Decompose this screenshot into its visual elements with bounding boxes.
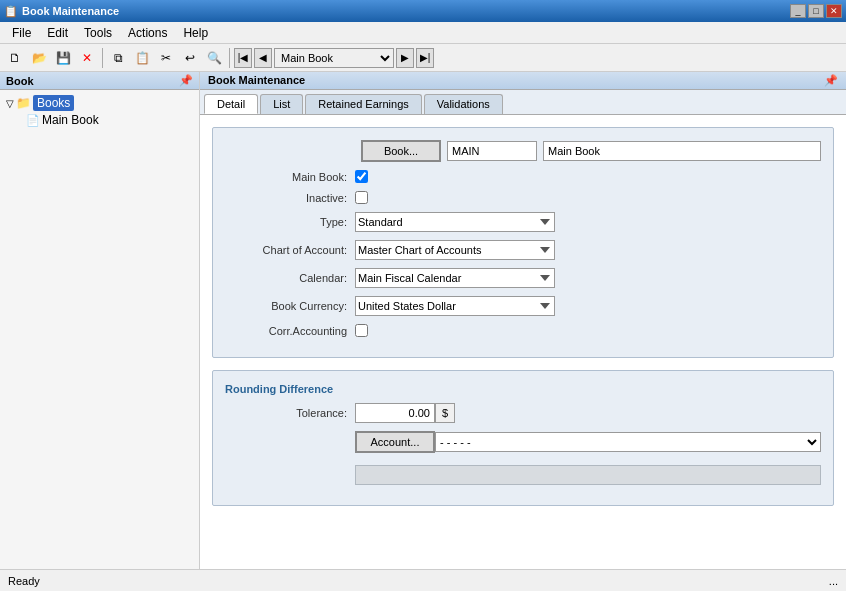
account-row: Account... - - - - - xyxy=(225,431,821,453)
menu-tools[interactable]: Tools xyxy=(76,24,120,42)
account-select[interactable]: - - - - - xyxy=(435,432,821,452)
status-bar: Ready ... xyxy=(0,569,846,591)
title-bar: 📋 Book Maintenance _ □ ✕ xyxy=(0,0,846,22)
tree-books-label[interactable]: Books xyxy=(33,95,74,111)
left-panel-title: Book xyxy=(6,75,34,87)
type-label: Type: xyxy=(225,216,355,228)
toolbar-first-btn[interactable]: |◀ xyxy=(234,48,252,68)
toolbar-copy-btn[interactable]: ⧉ xyxy=(107,47,129,69)
tree-area: ▽ 📁 Books 📄 Main Book xyxy=(0,90,199,132)
title-bar-left: 📋 Book Maintenance xyxy=(4,5,119,18)
tree-mainbook-label[interactable]: Main Book xyxy=(42,113,99,127)
tree-expand-icon[interactable]: ▽ xyxy=(6,98,14,109)
chart-of-account-label: Chart of Account: xyxy=(225,244,355,256)
chart-of-account-row: Chart of Account: Master Chart of Accoun… xyxy=(225,240,821,260)
main-container: Book 📌 ▽ 📁 Books 📄 Main Book Book Mainte… xyxy=(0,72,846,569)
main-book-checkbox[interactable] xyxy=(355,170,368,183)
tab-validations[interactable]: Validations xyxy=(424,94,503,114)
toolbar-undo-btn[interactable]: ↩ xyxy=(179,47,201,69)
inactive-checkbox[interactable] xyxy=(355,191,368,204)
corr-accounting-checkbox[interactable] xyxy=(355,324,368,337)
menu-actions[interactable]: Actions xyxy=(120,24,175,42)
left-panel: Book 📌 ▽ 📁 Books 📄 Main Book xyxy=(0,72,200,569)
tolerance-label: Tolerance: xyxy=(225,407,355,419)
tree-root-item[interactable]: ▽ 📁 Books xyxy=(4,94,195,112)
right-panel: Book Maintenance 📌 Detail List Retained … xyxy=(200,72,846,569)
chart-of-account-select[interactable]: Master Chart of Accounts xyxy=(355,240,555,260)
right-panel-header: Book Maintenance 📌 xyxy=(200,72,846,90)
toolbar-delete-btn[interactable]: ✕ xyxy=(76,47,98,69)
menu-edit[interactable]: Edit xyxy=(39,24,76,42)
account-description xyxy=(355,465,821,485)
right-panel-title: Book Maintenance xyxy=(208,74,305,87)
menu-bar: File Edit Tools Actions Help xyxy=(0,22,846,44)
currency-symbol: $ xyxy=(435,403,455,423)
book-name-input[interactable] xyxy=(543,141,821,161)
content-area: Book... Main Book: Inactive: Type: xyxy=(200,115,846,569)
tab-list[interactable]: List xyxy=(260,94,303,114)
toolbar-last-btn[interactable]: ▶| xyxy=(416,48,434,68)
toolbar-open-btn[interactable]: 📂 xyxy=(28,47,50,69)
restore-button[interactable]: □ xyxy=(808,4,824,18)
toolbar-paste-btn[interactable]: 📋 xyxy=(131,47,153,69)
calendar-select[interactable]: Main Fiscal Calendar xyxy=(355,268,555,288)
tab-retained-earnings[interactable]: Retained Earnings xyxy=(305,94,422,114)
toolbar: 🗋 📂 💾 ✕ ⧉ 📋 ✂ ↩ 🔍 |◀ ◀ Main Book ▶ ▶| xyxy=(0,44,846,72)
main-form-section: Book... Main Book: Inactive: Type: xyxy=(212,127,834,358)
toolbar-save-btn[interactable]: 💾 xyxy=(52,47,74,69)
inactive-row: Inactive: xyxy=(225,191,821,204)
book-currency-row: Book Currency: United States Dollar xyxy=(225,296,821,316)
book-currency-label: Book Currency: xyxy=(225,300,355,312)
folder-icon: 📁 xyxy=(16,96,31,110)
toolbar-cut-btn[interactable]: ✂ xyxy=(155,47,177,69)
tree-mainbook-item[interactable]: 📄 Main Book xyxy=(24,112,195,128)
doc-icon: 📄 xyxy=(26,114,40,127)
calendar-row: Calendar: Main Fiscal Calendar xyxy=(225,268,821,288)
status-text: Ready xyxy=(8,575,40,587)
toolbar-find-btn[interactable]: 🔍 xyxy=(203,47,225,69)
inactive-label: Inactive: xyxy=(225,192,355,204)
toolbar-prev-btn[interactable]: ◀ xyxy=(254,48,272,68)
corr-accounting-label: Corr.Accounting xyxy=(225,325,355,337)
right-panel-pin-icon: 📌 xyxy=(824,74,838,87)
title-bar-controls: _ □ ✕ xyxy=(790,4,842,18)
book-button[interactable]: Book... xyxy=(361,140,441,162)
calendar-label: Calendar: xyxy=(225,272,355,284)
toolbar-nav: |◀ ◀ Main Book ▶ ▶| xyxy=(234,48,434,68)
toolbar-sep-1 xyxy=(102,48,103,68)
window-title: Book Maintenance xyxy=(22,5,119,17)
menu-file[interactable]: File xyxy=(4,24,39,42)
type-select[interactable]: Standard Reporting Consolidation xyxy=(355,212,555,232)
menu-help[interactable]: Help xyxy=(175,24,216,42)
toolbar-next-btn[interactable]: ▶ xyxy=(396,48,414,68)
tabs: Detail List Retained Earnings Validation… xyxy=(200,90,846,115)
rounding-title: Rounding Difference xyxy=(225,383,821,395)
tolerance-input[interactable] xyxy=(355,403,435,423)
tolerance-row: Tolerance: $ xyxy=(225,403,821,423)
close-button[interactable]: ✕ xyxy=(826,4,842,18)
book-row: Book... xyxy=(225,140,821,162)
account-desc-row xyxy=(225,461,821,485)
tree-children: 📄 Main Book xyxy=(4,112,195,128)
toolbar-sep-2 xyxy=(229,48,230,68)
minimize-button[interactable]: _ xyxy=(790,4,806,18)
book-currency-select[interactable]: United States Dollar xyxy=(355,296,555,316)
book-selector[interactable]: Main Book xyxy=(274,48,394,68)
corr-accounting-row: Corr.Accounting xyxy=(225,324,821,337)
left-panel-pin-icon: 📌 xyxy=(179,74,193,87)
book-code-input[interactable] xyxy=(447,141,537,161)
left-panel-header: Book 📌 xyxy=(0,72,199,90)
type-row: Type: Standard Reporting Consolidation xyxy=(225,212,821,232)
main-book-label: Main Book: xyxy=(225,171,355,183)
rounding-section: Rounding Difference Tolerance: $ Account… xyxy=(212,370,834,506)
toolbar-new-btn[interactable]: 🗋 xyxy=(4,47,26,69)
tab-detail[interactable]: Detail xyxy=(204,94,258,114)
status-indicator: ... xyxy=(829,575,838,587)
main-book-row: Main Book: xyxy=(225,170,821,183)
app-icon: 📋 xyxy=(4,5,18,18)
account-button[interactable]: Account... xyxy=(355,431,435,453)
